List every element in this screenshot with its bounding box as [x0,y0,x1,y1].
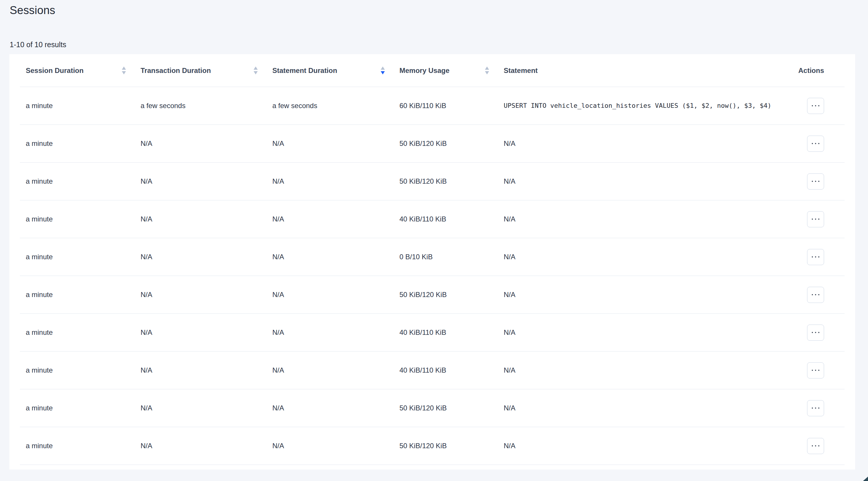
row-actions-button[interactable] [807,287,824,303]
ellipsis-icon [812,143,819,144]
ellipsis-icon [812,370,819,371]
transaction-duration-cell: N/A [135,215,267,223]
row-actions-button[interactable] [807,249,824,265]
column-header-session-duration[interactable]: Session Duration [20,66,135,75]
actions-cell [788,98,844,114]
row-actions-button[interactable] [807,325,824,341]
table-row: a minute N/A N/A 40 KiB/110 KiB N/A [20,352,844,389]
transaction-duration-cell: N/A [135,328,267,337]
table-row: a minute N/A N/A 50 KiB/120 KiB N/A [20,427,844,465]
transaction-duration-cell: N/A [135,253,267,261]
transaction-duration-cell: N/A [135,291,267,299]
sort-arrows-icon[interactable] [122,66,126,74]
memory-usage-cell: 50 KiB/120 KiB [394,291,498,299]
sort-arrows-icon-active-desc[interactable] [381,66,385,74]
session-duration-cell: a minute [20,366,135,374]
memory-usage-cell: 0 B/10 KiB [394,253,498,261]
sort-desc-triangle [254,71,258,74]
actions-cell [788,136,844,152]
actions-cell [788,325,844,341]
column-header-actions: Actions [788,66,844,75]
memory-usage-cell: 60 KiB/110 KiB [394,102,498,110]
actions-cell [788,287,844,303]
ellipsis-icon [812,445,819,446]
column-header-statement: Statement [498,66,788,75]
actions-cell [788,173,844,189]
transaction-duration-cell: N/A [135,442,267,450]
row-actions-button[interactable] [807,400,824,416]
sort-desc-triangle [485,71,489,74]
ellipsis-icon [812,256,819,258]
ellipsis-icon [812,181,819,182]
statement-cell: N/A [498,215,788,223]
column-header-label: Memory Usage [399,66,450,75]
actions-cell [788,438,844,454]
resize-grip-icon[interactable] [863,477,868,481]
memory-usage-cell: 50 KiB/120 KiB [394,442,498,450]
page-title: Sessions [10,3,55,17]
sort-arrows-icon[interactable] [254,66,258,74]
statement-cell: UPSERT INTO vehicle_location_histories V… [498,100,788,112]
sessions-table-card: Session Duration Transaction Duration St… [9,54,855,470]
column-header-label: Session Duration [26,66,84,75]
sort-asc-triangle [485,66,489,70]
transaction-duration-cell: N/A [135,404,267,412]
transaction-duration-cell: N/A [135,177,267,185]
memory-usage-cell: 50 KiB/120 KiB [394,177,498,185]
table-row: a minute N/A N/A 50 KiB/120 KiB N/A [20,389,844,427]
row-actions-button[interactable] [807,362,824,379]
memory-usage-cell: 50 KiB/120 KiB [394,404,498,412]
session-duration-cell: a minute [20,215,135,223]
column-header-memory-usage[interactable]: Memory Usage [394,66,498,75]
table-row: a minute N/A N/A 50 KiB/120 KiB N/A [20,125,844,162]
session-duration-cell: a minute [20,404,135,412]
statement-cell: N/A [498,404,788,412]
table-row: a minute N/A N/A 50 KiB/120 KiB N/A [20,276,844,314]
statement-cell: N/A [498,442,788,450]
session-duration-cell: a minute [20,140,135,148]
ellipsis-icon [812,332,819,333]
row-actions-button[interactable] [807,136,824,152]
column-header-label: Transaction Duration [141,66,211,75]
ellipsis-icon [812,408,819,409]
statement-cell: N/A [498,177,788,185]
row-actions-button[interactable] [807,173,824,189]
transaction-duration-cell: N/A [135,366,267,374]
statement-duration-cell: N/A [267,442,394,450]
table-row: a minute N/A N/A 40 KiB/110 KiB N/A [20,314,844,352]
actions-cell [788,211,844,227]
sort-asc-triangle [254,66,258,70]
statement-duration-cell: N/A [267,177,394,185]
row-actions-button[interactable] [807,98,824,114]
statement-duration-cell: N/A [267,291,394,299]
sort-desc-triangle [122,71,126,74]
statement-duration-cell: N/A [267,366,394,374]
column-header-statement-duration[interactable]: Statement Duration [267,66,394,75]
table-row: a minute a few seconds a few seconds 60 … [20,87,844,125]
statement-duration-cell: N/A [267,140,394,148]
table-row: a minute N/A N/A 0 B/10 KiB N/A [20,238,844,276]
ellipsis-icon [812,105,819,106]
session-duration-cell: a minute [20,102,135,110]
sort-arrows-icon[interactable] [485,66,489,74]
actions-cell [788,362,844,379]
ellipsis-icon [812,294,819,295]
actions-cell [788,249,844,265]
statement-duration-cell: N/A [267,328,394,337]
session-duration-cell: a minute [20,328,135,337]
statement-sql-text: UPSERT INTO vehicle_location_histories V… [504,102,771,109]
statement-duration-cell: N/A [267,404,394,412]
sort-asc-triangle [381,66,385,70]
actions-cell [788,400,844,416]
table-header-row: Session Duration Transaction Duration St… [20,54,844,87]
transaction-duration-cell: a few seconds [135,102,267,110]
ellipsis-icon [812,218,819,220]
session-duration-cell: a minute [20,177,135,185]
row-actions-button[interactable] [807,211,824,227]
row-actions-button[interactable] [807,438,824,454]
statement-duration-cell: N/A [267,253,394,261]
sessions-table: Session Duration Transaction Duration St… [20,54,844,465]
statement-cell: N/A [498,140,788,148]
statement-cell: N/A [498,253,788,261]
column-header-transaction-duration[interactable]: Transaction Duration [135,66,267,75]
